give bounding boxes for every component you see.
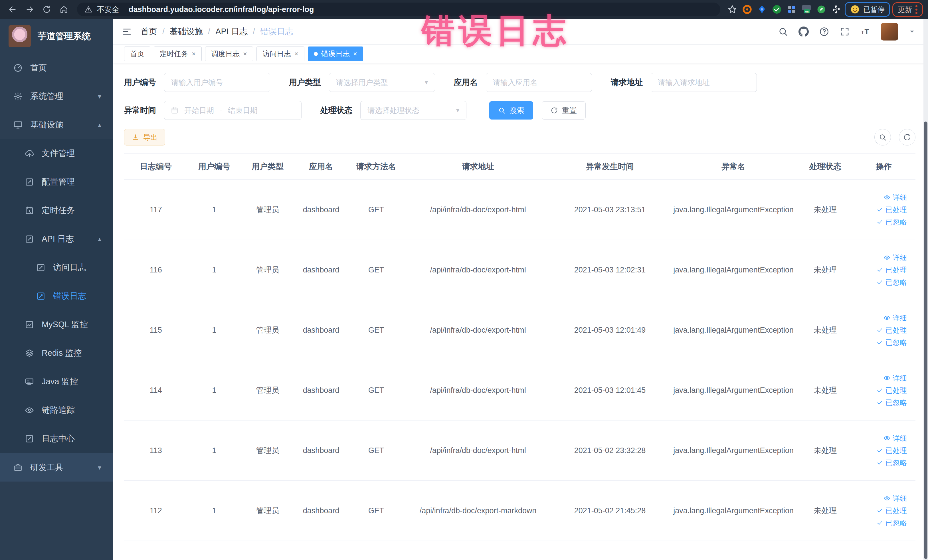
action-ignored[interactable]: 已忽略 bbox=[876, 518, 907, 528]
close-icon[interactable]: × bbox=[192, 50, 196, 58]
sidebar-item-mysql-monitor[interactable]: MySQL 监控 bbox=[0, 310, 113, 339]
sidebar-item-infrastructure[interactable]: 基础设施▴ bbox=[0, 111, 113, 139]
search-button[interactable]: 搜索 bbox=[489, 101, 533, 119]
sidebar-item-file-management[interactable]: 文件管理 bbox=[0, 139, 113, 168]
action-detail[interactable]: 详细 bbox=[884, 433, 907, 443]
action-ignored[interactable]: 已忽略 bbox=[876, 458, 907, 468]
action-detail[interactable]: 详细 bbox=[884, 374, 907, 383]
update-badge[interactable]: 更新 bbox=[892, 2, 923, 17]
action-processed[interactable]: 已处理 bbox=[876, 506, 907, 516]
tab-label: 调度日志 bbox=[211, 49, 240, 58]
paused-badge[interactable]: 已暂停 bbox=[845, 2, 890, 17]
app-name-input[interactable] bbox=[486, 73, 592, 92]
action-detail[interactable]: 详细 bbox=[884, 193, 907, 202]
process-status-placeholder: 请选择处理状态 bbox=[368, 105, 419, 116]
tab-error-log[interactable]: 错误日志× bbox=[308, 46, 363, 61]
user-id-input[interactable] bbox=[164, 73, 270, 92]
action-detail[interactable]: 详细 bbox=[884, 253, 907, 262]
sidebar-item-system-management[interactable]: 系统管理▾ bbox=[0, 82, 113, 111]
sidebar-item-label: 链路追踪 bbox=[42, 404, 113, 416]
close-icon[interactable]: × bbox=[295, 50, 298, 58]
sidebar-item-access-log[interactable]: 访问日志 bbox=[0, 253, 113, 282]
action-processed[interactable]: 已处理 bbox=[876, 205, 907, 215]
extension-on-icon[interactable]: on bbox=[800, 3, 813, 16]
cell-user-id: 1 bbox=[188, 323, 241, 337]
action-processed[interactable]: 已处理 bbox=[876, 386, 907, 395]
table-header-row: 日志编号用户编号用户类型应用名请求方法名请求地址异常发生时间异常名处理状态操作 bbox=[124, 154, 916, 180]
action-ignored[interactable]: 已忽略 bbox=[876, 217, 907, 227]
sidebar-item-redis-monitor[interactable]: Redis 监控 bbox=[0, 339, 113, 368]
extension-puzzle-icon[interactable] bbox=[830, 3, 843, 16]
blue-drop-icon bbox=[757, 4, 767, 15]
action-detail[interactable]: 详细 bbox=[884, 494, 907, 503]
sidebar-item-label: Java 监控 bbox=[42, 376, 113, 388]
svg-text:T: T bbox=[861, 30, 864, 35]
address-bar[interactable]: 不安全 dashboard.yudao.iocoder.cn/infra/log… bbox=[77, 3, 720, 16]
close-icon[interactable]: × bbox=[243, 50, 247, 58]
tab-access-log[interactable]: 访问日志× bbox=[256, 46, 304, 61]
user-avatar[interactable] bbox=[881, 23, 898, 41]
action-ignored[interactable]: 已忽略 bbox=[876, 338, 907, 347]
collapse-sidebar-button[interactable] bbox=[122, 26, 132, 37]
app-logo[interactable]: 芋道管理系统 bbox=[0, 19, 113, 53]
sidebar-item-home[interactable]: 首页 bbox=[0, 53, 113, 82]
sidebar-item-log-center[interactable]: 日志中心 bbox=[0, 424, 113, 453]
refresh-table-button[interactable] bbox=[899, 129, 916, 145]
action-processed[interactable]: 已处理 bbox=[876, 265, 907, 275]
caret-down-icon[interactable] bbox=[908, 28, 916, 35]
sidebar-item-config-management[interactable]: 配置管理 bbox=[0, 168, 113, 196]
user-type-placeholder: 请选择用户类型 bbox=[336, 78, 388, 88]
close-icon[interactable]: × bbox=[353, 50, 357, 58]
extension-orange-icon[interactable] bbox=[741, 3, 753, 16]
tab-home[interactable]: 首页 bbox=[124, 46, 150, 61]
sidebar-item-java-monitor[interactable]: Java 监控 bbox=[0, 368, 113, 396]
table-body: 1171管理员dashboardGET/api/infra/db-doc/exp… bbox=[124, 180, 916, 541]
github-icon[interactable] bbox=[798, 26, 809, 37]
action-processed[interactable]: 已处理 bbox=[876, 446, 907, 455]
cell-user-id: 1 bbox=[188, 263, 241, 277]
back-button[interactable] bbox=[5, 2, 20, 17]
reload-button[interactable] bbox=[40, 2, 54, 17]
action-ignored[interactable]: 已忽略 bbox=[876, 398, 907, 407]
fullscreen-icon[interactable] bbox=[839, 26, 850, 37]
process-status-select[interactable]: 请选择处理状态 ▾ bbox=[360, 101, 466, 120]
sidebar-item-dev-tools[interactable]: 研发工具▾ bbox=[0, 453, 113, 482]
breadcrumb-item[interactable]: 基础设施 bbox=[170, 26, 203, 37]
action-processed[interactable]: 已处理 bbox=[876, 325, 907, 335]
request-url-input[interactable] bbox=[651, 73, 757, 92]
process-status-label: 处理状态 bbox=[321, 105, 352, 116]
tab-scheduled-tasks[interactable]: 定时任务× bbox=[154, 46, 202, 61]
breadcrumb-item[interactable]: API 日志 bbox=[215, 26, 247, 37]
action-label: 已处理 bbox=[885, 506, 907, 516]
font-size-icon[interactable]: TT bbox=[860, 26, 870, 37]
kebab-menu-icon[interactable] bbox=[916, 5, 917, 14]
help-icon[interactable] bbox=[819, 26, 829, 37]
extension-green-check-icon[interactable] bbox=[771, 3, 783, 16]
forward-button[interactable] bbox=[22, 2, 37, 17]
reset-button[interactable]: 重置 bbox=[542, 101, 586, 119]
action-label: 详细 bbox=[893, 253, 907, 262]
extension-leaf-icon[interactable] bbox=[815, 3, 827, 16]
export-button[interactable]: 导出 bbox=[124, 129, 165, 145]
home-button[interactable] bbox=[56, 2, 71, 17]
sidebar-item-error-log[interactable]: 错误日志 bbox=[0, 282, 113, 310]
extension-grid-icon[interactable] bbox=[785, 3, 798, 16]
sidebar-item-api-log[interactable]: API 日志▴ bbox=[0, 225, 113, 253]
edit-square-icon bbox=[24, 234, 34, 244]
cell-method: GET bbox=[348, 323, 404, 337]
toggle-search-button[interactable] bbox=[875, 129, 891, 145]
search-icon[interactable] bbox=[778, 26, 788, 37]
date-range-picker[interactable]: 开始日期 - 结束日期 bbox=[164, 101, 302, 120]
breadcrumb-item[interactable]: 首页 bbox=[140, 26, 157, 37]
sidebar-item-trace[interactable]: 链路追踪 bbox=[0, 396, 113, 424]
extension-blue-icon[interactable] bbox=[756, 3, 768, 16]
scrollbar-thumb[interactable] bbox=[924, 122, 927, 559]
edit-square-icon bbox=[24, 434, 34, 444]
tab-schedule-log[interactable]: 调度日志× bbox=[205, 46, 253, 61]
cell-time: 2021-05-03 12:01:49 bbox=[551, 323, 669, 337]
action-ignored[interactable]: 已忽略 bbox=[876, 278, 907, 287]
sidebar-item-scheduled-tasks[interactable]: 定时任务 bbox=[0, 196, 113, 225]
bookmark-star-icon[interactable] bbox=[726, 3, 739, 16]
user-type-select[interactable]: 请选择用户类型 ▾ bbox=[329, 73, 435, 92]
action-detail[interactable]: 详细 bbox=[884, 313, 907, 323]
